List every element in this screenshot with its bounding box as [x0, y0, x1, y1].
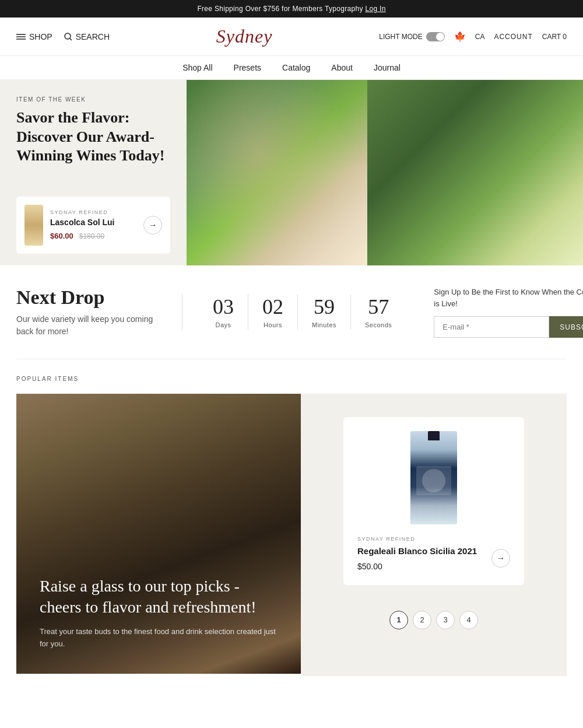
popular-overlay: Raise a glass to our top picks - cheers …	[40, 576, 278, 650]
hero-badge: ITEM OF THE WEEK	[16, 96, 170, 103]
countdown-title: Next Drop	[16, 286, 168, 309]
email-input[interactable]	[434, 316, 549, 338]
nav-catalog[interactable]: Catalog	[282, 63, 310, 72]
menu-button[interactable]: SHOP	[16, 32, 52, 41]
hamburger-icon	[16, 33, 26, 40]
page-4-button[interactable]: 4	[459, 611, 478, 629]
popular-product-image	[410, 431, 457, 524]
pagination: 1 2 3 4	[389, 599, 478, 653]
signup-text: Sign Up to Be the First to Know When the…	[434, 286, 583, 309]
picnic-image	[187, 80, 367, 265]
days-value: 03	[213, 295, 234, 319]
page-3-button[interactable]: 3	[436, 611, 455, 629]
account-link[interactable]: ACCOUNT	[494, 33, 532, 41]
countdown-timer: 03 Days 02 Hours 59 Minutes 57 Seconds	[182, 295, 406, 330]
popular-product-price: $50.00	[357, 562, 477, 571]
banner-text: Free Shipping Over $756 for Members	[197, 5, 322, 13]
banner-suffix: Typography	[325, 5, 363, 13]
light-mode-toggle[interactable]: LIGHT MODE	[379, 32, 444, 41]
svg-line-4	[70, 38, 72, 40]
page-1-button[interactable]: 1	[389, 611, 408, 629]
section-label: POPULAR ITEMS	[16, 376, 567, 382]
countdown-section: Next Drop Our wide variety will keep you…	[0, 265, 583, 359]
hero-center-image	[187, 80, 367, 265]
popular-title: Raise a glass to our top picks - cheers …	[40, 576, 278, 618]
popular-section: POPULAR ITEMS Raise a glass to our top p…	[0, 359, 583, 676]
seconds-value: 57	[365, 295, 392, 319]
menu-label: SHOP	[29, 32, 52, 41]
page-2-button[interactable]: 2	[413, 611, 431, 629]
main-nav: Shop All Presets Catalog About Journal	[0, 56, 583, 80]
hours-label: Hours	[264, 321, 282, 328]
flag-icon: 🍁	[454, 31, 466, 42]
header-right: LIGHT MODE 🍁 CA ACCOUNT CART 0	[379, 31, 567, 42]
cart-label[interactable]: CART 0	[542, 33, 567, 41]
banner-login-link[interactable]: Log In	[365, 5, 385, 13]
minutes-label: Minutes	[312, 321, 336, 328]
countdown-text: Next Drop Our wide variety will keep you…	[16, 286, 168, 338]
country-label: CA	[475, 33, 485, 41]
timer-hours: 02 Hours	[248, 295, 298, 330]
product-arrow-button[interactable]: →	[143, 216, 162, 235]
featured-product-card[interactable]: SYDNAY REFINED Lascolca Sol Lui $60.00 $…	[16, 197, 170, 254]
hero-left: ITEM OF THE WEEK Savor the Flavor: Disco…	[0, 80, 187, 265]
popular-grid: Raise a glass to our top picks - cheers …	[16, 394, 567, 676]
countdown-description: Our wide variety will keep you coming ba…	[16, 313, 168, 338]
nav-journal[interactable]: Journal	[374, 63, 401, 72]
signup-section: Sign Up to Be the First to Know When the…	[420, 286, 583, 338]
timer-minutes: 59 Minutes	[298, 295, 351, 330]
header: SHOP SEARCH Sydney LIGHT MODE 🍁 CA ACCOU…	[0, 18, 583, 56]
product-brand: SYDNAY REFINED	[50, 209, 136, 215]
popular-product-brand: SYDNAY REFINED	[357, 536, 510, 542]
popular-product-name: Regaleali Blanco Sicilia 2021	[357, 545, 477, 557]
svg-point-3	[65, 33, 71, 39]
arrow-icon: →	[497, 554, 505, 563]
arrow-icon: →	[149, 220, 157, 230]
popular-product-card[interactable]: SYDNAY REFINED Regaleali Blanco Sicilia …	[343, 417, 524, 585]
subscribe-button[interactable]: SUBSCRIBE	[549, 316, 583, 338]
popular-product-arrow-button[interactable]: →	[491, 549, 510, 568]
hero-section: ITEM OF THE WEEK Savor the Flavor: Disco…	[0, 80, 583, 265]
hero-title: Savor the Flavor: Discover Our Award-Win…	[16, 108, 170, 166]
hours-value: 02	[262, 295, 283, 319]
product-image	[24, 205, 43, 246]
search-button[interactable]: SEARCH	[64, 32, 110, 41]
top-banner: Free Shipping Over $756 for Members Typo…	[0, 0, 583, 18]
price-original: $180.00	[79, 232, 104, 240]
timer-days: 03 Days	[199, 295, 248, 330]
light-mode-label: LIGHT MODE	[379, 33, 422, 41]
product-card-bottom: Regaleali Blanco Sicilia 2021 $50.00 →	[357, 545, 510, 571]
site-logo[interactable]: Sydney	[216, 26, 273, 47]
nav-presets[interactable]: Presets	[234, 63, 261, 72]
product-name: Lascolca Sol Lui	[50, 218, 136, 227]
popular-left-image: Raise a glass to our top picks - cheers …	[16, 394, 301, 674]
popular-subtitle: Treat your taste buds to the finest food…	[40, 626, 278, 650]
header-left: SHOP SEARCH	[16, 32, 110, 41]
timer-seconds: 57 Seconds	[351, 295, 406, 330]
popular-right: SYDNAY REFINED Regaleali Blanco Sicilia …	[301, 394, 567, 676]
search-label: SEARCH	[76, 32, 110, 41]
vineyard-image	[367, 80, 583, 265]
seconds-label: Seconds	[365, 321, 392, 328]
product-info: SYDNAY REFINED Lascolca Sol Lui $60.00 $…	[50, 209, 136, 241]
email-form: SUBSCRIBE	[434, 316, 583, 338]
search-icon	[64, 33, 72, 41]
nav-about[interactable]: About	[331, 63, 353, 72]
hero-right-image	[367, 80, 583, 265]
days-label: Days	[215, 321, 231, 328]
minutes-value: 59	[312, 295, 336, 319]
nav-shop-all[interactable]: Shop All	[182, 63, 212, 72]
price-sale: $60.00	[50, 232, 73, 240]
toggle-switch[interactable]	[426, 32, 445, 41]
